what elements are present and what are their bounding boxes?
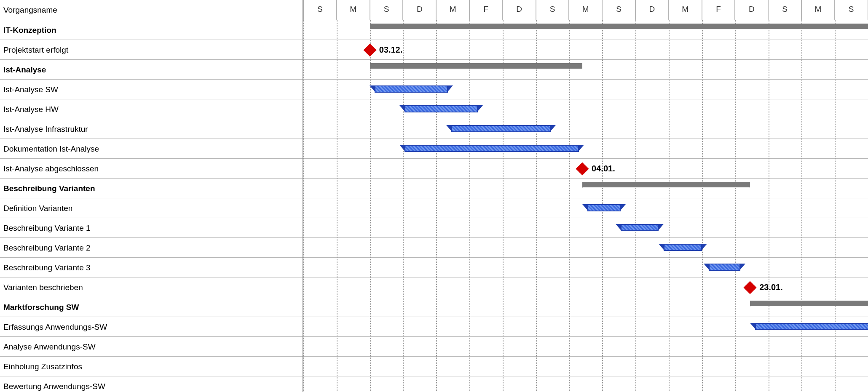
task-row[interactable]: Erfassungs Anwendungs-SW	[0, 317, 303, 337]
gantt-timeline-header: SMSDMFDSMSDMFDSMSD	[303, 0, 868, 20]
gantt-row	[303, 337, 868, 357]
day-header-cell: S	[370, 0, 403, 20]
day-header-cell: M	[569, 0, 602, 20]
task-row[interactable]: Varianten beschrieben	[0, 277, 303, 297]
task-list: Vorgangsname IT-KonzeptionProjektstart e…	[0, 0, 303, 392]
task-row[interactable]: Beschreibung Variante 3	[0, 258, 303, 277]
day-header-cell: S	[602, 0, 635, 20]
day-header-cell: F	[469, 0, 503, 20]
gantt-row	[303, 218, 868, 238]
gantt-row	[303, 277, 868, 297]
task-row[interactable]: Analyse Anwendungs-SW	[0, 337, 303, 357]
gantt-row	[303, 139, 868, 159]
gantt-row	[303, 40, 868, 60]
gantt-row	[303, 179, 868, 198]
day-header-cell: D	[503, 0, 536, 20]
task-row[interactable]: Einholung Zusatzinfos	[0, 357, 303, 376]
gantt-row	[303, 159, 868, 179]
gantt-chart: SMSDMFDSMSDMFDSMSD 03.12.04.01.23.01.	[303, 0, 868, 392]
day-header-cell: D	[735, 0, 768, 20]
day-header-cell: M	[436, 0, 469, 20]
task-row[interactable]: Ist-Analyse abgeschlossen	[0, 159, 303, 179]
day-header-cell: D	[635, 0, 669, 20]
task-row[interactable]: Beschreibung Varianten	[0, 179, 303, 198]
day-header-cell: S	[536, 0, 569, 20]
task-row[interactable]: Beschreibung Variante 2	[0, 238, 303, 258]
day-header-cell: D	[403, 0, 436, 20]
task-row[interactable]: Beschreibung Variante 1	[0, 218, 303, 238]
day-header-cell: S	[768, 0, 801, 20]
task-row[interactable]: Ist-Analyse	[0, 60, 303, 80]
day-header-cell: M	[669, 0, 702, 20]
task-row[interactable]: Definition Varianten	[0, 198, 303, 218]
gantt-row	[303, 198, 868, 218]
gantt-row	[303, 297, 868, 317]
gantt-row	[303, 317, 868, 337]
day-header-cell: M	[801, 0, 835, 20]
task-row[interactable]: Ist-Analyse SW	[0, 80, 303, 99]
column-header-name: Vorgangsname	[0, 0, 303, 20]
gantt-row	[303, 238, 868, 258]
task-row[interactable]: Bewertung Anwendungs-SW	[0, 376, 303, 392]
day-header-cell: M	[337, 0, 370, 20]
day-header-cell: S	[835, 0, 868, 20]
task-row[interactable]: Dokumentation Ist-Analyse	[0, 139, 303, 159]
task-row[interactable]: Projektstart erfolgt	[0, 40, 303, 60]
gantt-row	[303, 258, 868, 277]
gantt-row	[303, 357, 868, 376]
task-row[interactable]: IT-Konzeption	[0, 20, 303, 40]
gantt-row	[303, 376, 868, 392]
task-row[interactable]: Marktforschung SW	[0, 297, 303, 317]
gantt-row	[303, 80, 868, 99]
gantt-row	[303, 20, 868, 40]
gantt-row	[303, 99, 868, 119]
task-row[interactable]: Ist-Analyse HW	[0, 99, 303, 119]
gantt-row	[303, 119, 868, 139]
day-header-cell: S	[303, 0, 337, 20]
gantt-row	[303, 60, 868, 80]
day-header-cell: F	[702, 0, 735, 20]
task-row[interactable]: Ist-Analyse Infrastruktur	[0, 119, 303, 139]
